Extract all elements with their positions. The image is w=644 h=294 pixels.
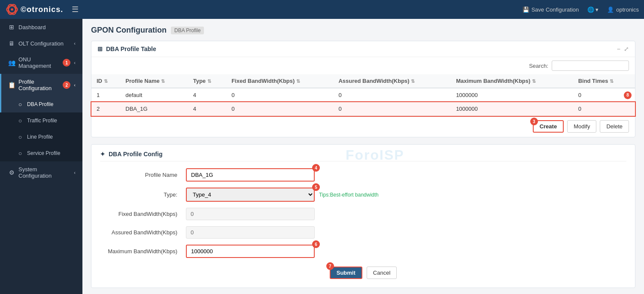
sidebar-label-service: Service Profile	[27, 150, 76, 156]
sidebar-label-profile: Profile Configuration	[18, 79, 59, 91]
page-title: GPON Configuration	[91, 26, 167, 35]
profile-name-input[interactable]	[186, 168, 315, 182]
sidebar-sub-profile: ○ DBA Profile ○ Traffic Profile ○ Line P…	[0, 96, 82, 161]
form-row-type: Type: Type_1 Type_2 Type_3 Type_4 Type_5…	[100, 188, 626, 202]
max-bw-label: Maximum BandWidth(Kbps)	[100, 248, 186, 255]
sidebar-label-line: Line Profile	[27, 134, 76, 140]
sort-type-icon[interactable]: ⇅	[207, 79, 211, 84]
globe-icon: 🌐	[587, 6, 594, 13]
table-body: 1 default 4 0 0 1000000 0 8 2 DBA_1G	[91, 88, 635, 116]
search-input[interactable]	[552, 61, 629, 71]
form-actions: Submit 7 Cancel	[100, 267, 626, 279]
config-icon: ✦	[100, 151, 105, 158]
expand-icon[interactable]: ⤢	[624, 45, 629, 52]
cell-fixed-1: 0	[226, 88, 333, 102]
user-label: optronics	[616, 6, 639, 13]
config-title-text: DBA Profile Config	[109, 151, 162, 158]
profile-icon: 📋	[8, 82, 15, 88]
sidebar-label-dba: DBA Profile	[27, 101, 76, 107]
submit-button[interactable]: Submit	[330, 267, 362, 279]
topnav: ©otronics. ☰ 💾 Save Configuration 🌐 ▾ 👤 …	[0, 0, 644, 19]
sidebar-item-line-profile[interactable]: ○ Line Profile	[0, 129, 82, 145]
sidebar-item-traffic-profile[interactable]: ○ Traffic Profile	[0, 112, 82, 129]
sidebar-item-system-config[interactable]: ⚙ System Configuration ‹	[0, 161, 82, 184]
cell-fixed-2: 0	[226, 102, 333, 116]
system-icon: ⚙	[8, 169, 15, 176]
badge-3: 3	[530, 118, 538, 125]
cell-id-2: 2	[91, 102, 120, 116]
sidebar-label-olt: OLT Configuration	[18, 40, 70, 47]
fixed-bw-display: 0	[186, 208, 315, 220]
minimize-icon[interactable]: −	[617, 45, 620, 52]
search-label: Search:	[529, 63, 548, 69]
col-id: ID ⇅	[91, 74, 120, 88]
onu-icon: 👥	[8, 59, 15, 66]
sidebar-label-traffic: Traffic Profile	[27, 118, 76, 124]
svg-point-3	[11, 8, 13, 10]
page-header: GPON Configuration DBA Profile	[91, 26, 635, 35]
sidebar-item-dashboard[interactable]: ⊞ Dashboard	[0, 19, 82, 35]
table-row[interactable]: 2 DBA_1G 4 0 0 1000000 0	[91, 102, 635, 116]
data-table: ID ⇅ Profile Name ⇅ Type ⇅ Fixed BandWid…	[91, 74, 635, 116]
cell-assured-1: 0	[333, 88, 451, 102]
cancel-button[interactable]: Cancel	[367, 267, 397, 279]
sort-name-icon[interactable]: ⇅	[161, 79, 165, 84]
sort-bind-icon[interactable]: ⇅	[610, 79, 614, 84]
cell-type-1: 4	[188, 88, 226, 102]
sidebar-item-onu-management[interactable]: 👥 ONU Management 1 ‹	[0, 52, 82, 74]
table-card-controls: − ⤢	[617, 45, 629, 52]
main-layout: ⊞ Dashboard 🖥 OLT Configuration ‹ 👥 ONU …	[0, 19, 644, 294]
sidebar-item-olt-config[interactable]: 🖥 OLT Configuration ‹	[0, 35, 82, 52]
onu-chevron-icon: ‹	[74, 60, 76, 65]
search-bar: Search:	[91, 57, 635, 74]
fixed-bw-label: Fixed BandWidth(Kbps)	[100, 211, 186, 217]
logo-icon	[5, 3, 19, 16]
content-area: ForoISP GPON Configuration DBA Profile ⊞…	[82, 19, 644, 294]
config-section: ✦ DBA Profile Config Profile Name 4 Type…	[91, 144, 635, 288]
sort-max-icon[interactable]: ⇅	[532, 79, 536, 84]
form-row-max-bw: Maximum BandWidth(Kbps) 6	[100, 245, 626, 258]
user-menu[interactable]: 👤 optronics	[607, 6, 639, 13]
badge-7: 7	[326, 262, 334, 270]
table-card-title: ⊞ DBA Profile Table	[97, 45, 156, 52]
type-select[interactable]: Type_1 Type_2 Type_3 Type_4 Type_5	[186, 188, 315, 202]
sidebar-item-dba-profile[interactable]: ○ DBA Profile	[0, 96, 82, 112]
dba-icon: ○	[17, 101, 24, 108]
sidebar-item-profile-config[interactable]: 📋 Profile Configuration 2 ‹	[0, 74, 82, 96]
table-row[interactable]: 1 default 4 0 0 1000000 0 8	[91, 88, 635, 102]
badge-6: 6	[312, 240, 320, 248]
cell-type-2: 4	[188, 102, 226, 116]
service-icon: ○	[17, 150, 24, 157]
col-max-bw: Maximum BandWidth(Kbps) ⇅	[451, 74, 573, 88]
cell-assured-2: 0	[333, 102, 451, 116]
table-icon: ⊞	[97, 45, 103, 52]
save-config-btn[interactable]: 💾 Save Configuration	[522, 6, 579, 13]
sort-fixed-icon[interactable]: ⇅	[296, 79, 300, 84]
col-profile-name: Profile Name ⇅	[120, 74, 188, 88]
col-type: Type ⇅	[188, 74, 226, 88]
table-head: ID ⇅ Profile Name ⇅ Type ⇅ Fixed BandWid…	[91, 74, 635, 88]
col-assured-bw: Assured BandWidth(Kbps) ⇅	[333, 74, 451, 88]
table-card-header: ⊞ DBA Profile Table − ⤢	[91, 41, 635, 57]
cell-bind-1: 0 8	[573, 88, 635, 102]
profile-chevron-icon: ‹	[74, 82, 76, 88]
assured-bw-display: 0	[186, 226, 315, 239]
sidebar: ⊞ Dashboard 🖥 OLT Configuration ‹ 👥 ONU …	[0, 19, 82, 294]
sidebar-label-dashboard: Dashboard	[18, 24, 76, 30]
lang-selector[interactable]: 🌐 ▾	[587, 6, 598, 13]
badge-2: 2	[63, 81, 70, 89]
modify-button[interactable]: Modify	[567, 120, 596, 133]
badge-5: 5	[312, 183, 320, 191]
sort-id-icon[interactable]: ⇅	[104, 79, 108, 84]
hamburger-btn[interactable]: ☰	[72, 5, 79, 14]
sidebar-item-service-profile[interactable]: ○ Service Profile	[0, 145, 82, 161]
system-chevron-icon: ‹	[74, 170, 76, 175]
form-row-assured-bw: Assured BandWidth(Kbps) 0	[100, 226, 626, 239]
sidebar-label-system: System Configuration	[18, 166, 70, 179]
assured-bw-label: Assured BandWidth(Kbps)	[100, 229, 186, 236]
create-button[interactable]: 3 Create	[533, 120, 564, 133]
table-title-text: DBA Profile Table	[106, 45, 156, 52]
sort-assured-icon[interactable]: ⇅	[411, 79, 415, 84]
delete-button[interactable]: Delete	[600, 120, 629, 133]
max-bw-input[interactable]	[186, 245, 315, 258]
